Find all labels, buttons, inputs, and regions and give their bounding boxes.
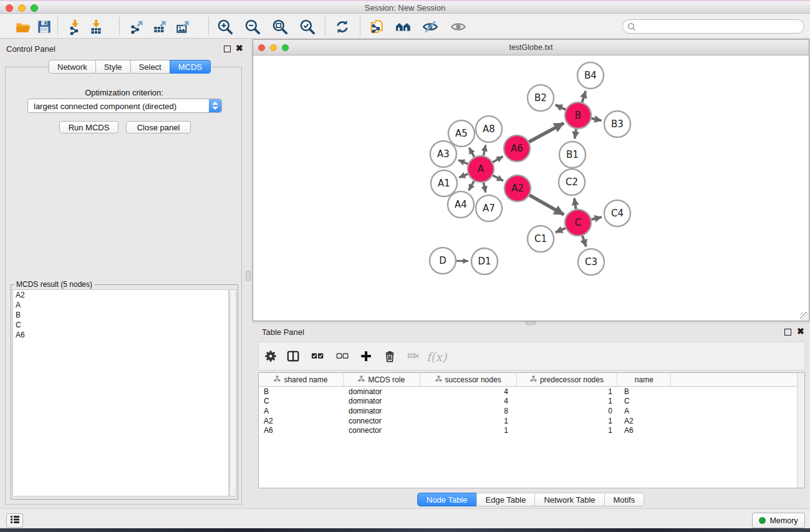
delete-icon[interactable] — [382, 349, 398, 365]
table-cell[interactable]: 4 — [420, 397, 517, 407]
table-row-C[interactable]: Cdominator41C — [259, 397, 797, 407]
graph-node-D1[interactable]: D1 — [471, 248, 498, 274]
table-cell[interactable]: B — [618, 387, 672, 397]
graph-edge-C-C1[interactable] — [556, 228, 566, 233]
graph-node-A[interactable]: A — [468, 156, 494, 182]
graph-edge-A2-C[interactable] — [529, 195, 564, 215]
graph-edge-A-A6[interactable] — [493, 157, 503, 162]
graph-node-D[interactable]: D — [430, 248, 456, 274]
graph-edge-C-C3[interactable] — [582, 236, 586, 246]
table-row-A2[interactable]: A2connector11A2 — [259, 416, 797, 426]
mcds-result-item[interactable]: A2 — [13, 290, 228, 300]
import-network-icon[interactable] — [66, 18, 84, 36]
graph-edge-B-B2[interactable] — [556, 105, 566, 110]
table-cell[interactable]: 8 — [420, 406, 517, 416]
graph-edge-B-B1[interactable] — [575, 129, 576, 138]
tab-style[interactable]: Style — [95, 60, 131, 74]
graph-edge-A-A4[interactable] — [469, 181, 475, 190]
graph-node-B1[interactable]: B1 — [559, 142, 586, 168]
graph-edge-A-A3[interactable] — [458, 160, 468, 164]
tab-motifs[interactable]: Motifs — [604, 493, 645, 506]
zoom-out-icon[interactable] — [244, 18, 261, 36]
select-all-icon[interactable] — [310, 349, 326, 365]
table-cell[interactable]: A6 — [259, 425, 344, 435]
mcds-result-item[interactable]: B — [13, 310, 228, 320]
table-row-A6[interactable]: A6connector11A6 — [259, 425, 797, 435]
graph-node-A7[interactable]: A7 — [476, 195, 502, 221]
table-cell[interactable]: 1 — [517, 397, 618, 407]
table-panel-float-button[interactable] — [784, 329, 791, 336]
graph-node-A1[interactable]: A1 — [431, 170, 457, 196]
refresh-icon[interactable] — [334, 18, 351, 36]
graph-node-A3[interactable]: A3 — [430, 141, 456, 167]
table-row-B[interactable]: Bdominator41B — [259, 387, 797, 397]
table-cell[interactable]: B — [259, 387, 344, 397]
table-cell[interactable]: A6 — [618, 425, 672, 435]
zoom-in-icon[interactable] — [216, 18, 234, 36]
task-history-button[interactable] — [6, 513, 23, 528]
table-cell[interactable]: dominator — [344, 387, 420, 397]
zoom-selected-icon[interactable] — [299, 18, 316, 36]
unselect-all-icon[interactable] — [335, 349, 351, 365]
tab-select[interactable]: Select — [130, 60, 170, 74]
tab-node-table[interactable]: Node Table — [417, 493, 477, 506]
mcds-result-item[interactable]: A6 — [13, 330, 228, 340]
table-scrollbar[interactable] — [797, 373, 804, 488]
search-input[interactable] — [639, 21, 800, 32]
graph-node-B[interactable]: B — [565, 102, 591, 128]
column-header-shared-name[interactable]: shared name — [259, 373, 344, 386]
hide-graphics-details-icon[interactable] — [422, 18, 439, 36]
graph-node-C[interactable]: C — [565, 210, 591, 236]
mcds-result-item[interactable]: A — [13, 300, 228, 310]
graph-node-A6[interactable]: A6 — [504, 135, 530, 162]
table-cell[interactable]: 1 — [420, 425, 517, 435]
graph-node-C1[interactable]: C1 — [528, 226, 554, 252]
export-image-icon[interactable] — [175, 18, 192, 36]
close-panel-button[interactable]: Close panel — [126, 121, 191, 133]
table-cell[interactable]: 1 — [517, 416, 618, 426]
table-cell[interactable]: 1 — [517, 387, 618, 397]
horizontal-split-grip[interactable] — [526, 321, 536, 325]
control-panel-close-button[interactable]: ✖ — [236, 45, 243, 52]
tab-network[interactable]: Network — [49, 60, 96, 74]
mcds-result-item[interactable]: C — [13, 320, 228, 330]
network-canvas[interactable]: AA1A2A3A4A5A6A7A8BB1B2B3B4CC1C2C3C4DD1 — [253, 56, 809, 321]
zoom-fit-icon[interactable] — [271, 18, 289, 36]
table-cell[interactable]: 1 — [517, 425, 618, 435]
table-cell[interactable]: A2 — [618, 416, 672, 426]
table-cell[interactable]: A — [618, 406, 672, 416]
column-header-successor-nodes[interactable]: successor nodes — [420, 373, 517, 386]
graph-edge-A-A2[interactable] — [493, 175, 503, 181]
table-cell[interactable]: dominator — [344, 406, 420, 416]
table-cell[interactable]: C — [259, 397, 344, 407]
graph-node-C4[interactable]: C4 — [604, 200, 630, 226]
tab-mcds[interactable]: MCDS — [170, 60, 211, 74]
columns-icon[interactable] — [286, 349, 302, 365]
tab-edge-table[interactable]: Edge Table — [476, 493, 536, 506]
graph-node-A2[interactable]: A2 — [504, 175, 531, 201]
table-cell[interactable]: connector — [344, 416, 420, 426]
table-panel-close-button[interactable]: ✖ — [797, 328, 804, 335]
save-icon[interactable] — [36, 18, 53, 36]
graph-node-B4[interactable]: B4 — [577, 62, 604, 89]
table-cell[interactable]: 1 — [420, 416, 517, 426]
graph-edge-A-A8[interactable] — [483, 145, 485, 155]
graph-node-C2[interactable]: C2 — [559, 169, 585, 195]
vertical-split-grip[interactable] — [246, 271, 251, 281]
graph-edge-C-C4[interactable] — [591, 217, 601, 220]
graph-edge-A-A7[interactable] — [483, 183, 485, 193]
export-table-icon[interactable] — [152, 18, 169, 36]
graph-node-B2[interactable]: B2 — [528, 85, 554, 111]
column-header-name[interactable]: name — [617, 373, 671, 386]
tab-network-table[interactable]: Network Table — [534, 493, 604, 506]
graph-node-C3[interactable]: C3 — [578, 249, 604, 275]
home-icon[interactable] — [395, 18, 412, 36]
graph-node-A5[interactable]: A5 — [448, 120, 475, 147]
graph-node-B3[interactable]: B3 — [604, 111, 630, 137]
graph-node-A8[interactable]: A8 — [476, 116, 502, 142]
export-network-icon[interactable] — [128, 18, 146, 36]
criterion-dropdown[interactable]: largest connected component (directed) — [27, 99, 222, 113]
run-mcds-button[interactable]: Run MCDS — [59, 121, 118, 133]
import-table-icon[interactable] — [87, 18, 105, 36]
table-cell[interactable]: connector — [344, 425, 420, 435]
